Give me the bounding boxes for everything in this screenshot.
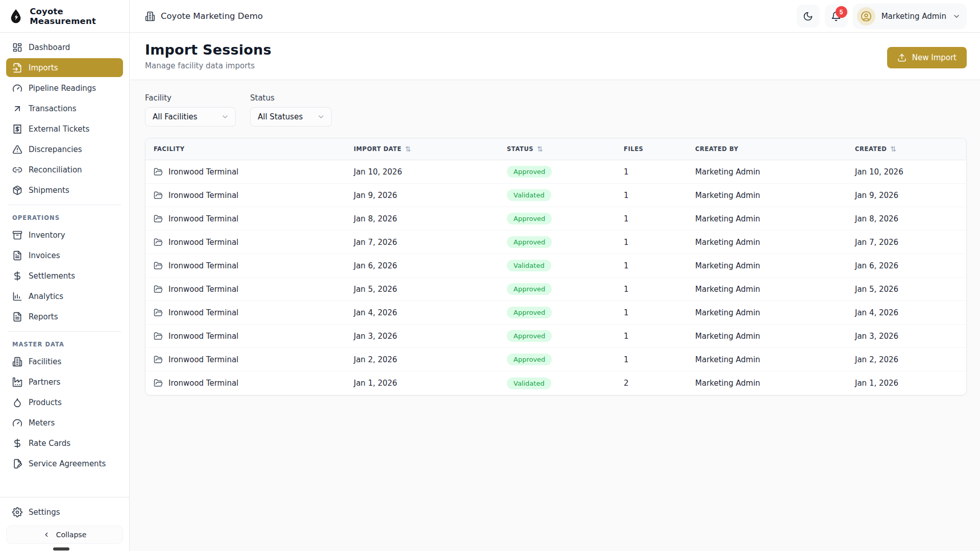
sidebar-item-reconciliation[interactable]: Reconciliation [6, 160, 123, 179]
user-menu-button[interactable]: Marketing Admin [853, 4, 967, 29]
main-area: Coyote Marketing Demo 5 Marketing Admin [130, 0, 980, 551]
column-label: CREATED [855, 145, 887, 153]
facility-name: Ironwood Terminal [168, 379, 238, 388]
table-row[interactable]: Ironwood TerminalJan 10, 2026Approved1Ma… [145, 160, 966, 184]
facility-name: Ironwood Terminal [168, 191, 238, 200]
status-select[interactable]: All Statuses [250, 107, 332, 127]
import-date-cell: Jan 5, 2026 [346, 285, 499, 294]
status-cell: Validated [499, 260, 616, 271]
table-row[interactable]: Ironwood TerminalJan 4, 2026Approved1Mar… [145, 301, 966, 324]
facility-name: Ironwood Terminal [168, 238, 238, 247]
new-import-button[interactable]: New Import [887, 47, 967, 68]
status-cell: Approved [499, 354, 616, 365]
filters: Facility All Facilities Status All Statu… [145, 93, 967, 127]
sidebar-item-shipments[interactable]: Shipments [6, 181, 123, 199]
topbar: Coyote Marketing Demo 5 Marketing Admin [130, 0, 980, 33]
sidebar-item-label: Reports [29, 312, 58, 321]
column-label: FACILITY [154, 145, 185, 153]
sidebar-item-imports[interactable]: Imports [6, 58, 123, 77]
dollar-sign-icon [12, 271, 22, 281]
sidebar-item-label: Service Agreements [29, 459, 106, 468]
table-row[interactable]: Ironwood TerminalJan 9, 2026Validated1Ma… [145, 184, 966, 207]
created-by-cell: Marketing Admin [687, 238, 847, 247]
status-badge: Approved [507, 283, 552, 295]
sidebar-item-service-agreements[interactable]: Service Agreements [6, 454, 123, 473]
created-by-cell: Marketing Admin [687, 191, 847, 200]
table-row[interactable]: Ironwood TerminalJan 7, 2026Approved1Mar… [145, 231, 966, 254]
files-cell: 1 [616, 261, 687, 270]
sidebar-footer: Settings Collapse [0, 497, 129, 551]
sidebar-nav: DashboardImportsPipeline ReadingsTransac… [0, 33, 129, 497]
sidebar-item-facilities[interactable]: Facilities [6, 352, 123, 371]
chevron-down-icon [952, 12, 961, 20]
sidebar: Coyote Measurement DashboardImportsPipel… [0, 0, 130, 551]
horizontal-scrollbar-thumb[interactable] [53, 547, 69, 550]
table-row[interactable]: Ironwood TerminalJan 6, 2026Validated1Ma… [145, 254, 966, 278]
table-row[interactable]: Ironwood TerminalJan 1, 2026Validated2Ma… [145, 371, 966, 395]
sidebar-item-label: Pipeline Readings [29, 84, 96, 93]
sidebar-item-meters[interactable]: Meters [6, 413, 123, 432]
status-cell: Validated [499, 378, 616, 389]
created-by-cell: Marketing Admin [687, 355, 847, 364]
notifications-button[interactable]: 5 [825, 5, 848, 28]
files-cell: 1 [616, 191, 687, 200]
upload-icon [897, 53, 906, 62]
sort-icon[interactable]: ⇅ [890, 145, 896, 153]
facility-name: Ironwood Terminal [168, 261, 238, 270]
sidebar-item-products[interactable]: Products [6, 393, 123, 412]
column-header-import_date[interactable]: IMPORT DATE⇅ [346, 145, 499, 153]
sort-icon[interactable]: ⇅ [405, 145, 411, 153]
facility-cell: Ironwood Terminal [145, 332, 346, 341]
sidebar-item-label: Partners [29, 378, 60, 387]
notification-badge: 5 [836, 6, 847, 18]
sidebar-item-discrepancies[interactable]: Discrepancies [6, 140, 123, 159]
theme-toggle-button[interactable] [797, 5, 820, 28]
sidebar-item-reports[interactable]: Reports [6, 307, 123, 326]
sidebar-item-settlements[interactable]: Settlements [6, 266, 123, 285]
page-header-titles: Import Sessions Manage facility data imp… [145, 42, 272, 70]
column-header-created_by: CREATED BY [687, 145, 847, 153]
column-header-files: FILES [616, 145, 687, 153]
sidebar-item-transactions[interactable]: Transactions [6, 99, 123, 118]
sidebar-item-settings[interactable]: Settings [6, 503, 123, 521]
sidebar-item-partners[interactable]: Partners [6, 372, 123, 391]
sidebar-item-dashboard[interactable]: Dashboard [6, 38, 123, 57]
collapse-button[interactable]: Collapse [6, 525, 123, 544]
column-label: IMPORT DATE [354, 145, 402, 153]
status-cell: Approved [499, 213, 616, 224]
sidebar-item-pipeline-readings[interactable]: Pipeline Readings [6, 79, 123, 97]
status-badge: Approved [507, 307, 552, 318]
import-date-cell: Jan 4, 2026 [346, 308, 499, 317]
new-import-label: New Import [912, 53, 957, 62]
sidebar-item-external-tickets[interactable]: External Tickets [6, 119, 123, 138]
sidebar-item-inventory[interactable]: Inventory [6, 226, 123, 244]
column-header-created[interactable]: CREATED⇅ [847, 145, 966, 153]
workspace-name: Coyote Marketing Demo [161, 11, 263, 21]
table-row[interactable]: Ironwood TerminalJan 2, 2026Approved1Mar… [145, 348, 966, 371]
facility-select[interactable]: All Facilities [145, 107, 236, 127]
sidebar-item-label: Analytics [29, 292, 63, 301]
sort-icon[interactable]: ⇅ [537, 145, 543, 153]
sidebar-item-analytics[interactable]: Analytics [6, 287, 123, 306]
facility-cell: Ironwood Terminal [145, 308, 346, 317]
table-row[interactable]: Ironwood TerminalJan 8, 2026Approved1Mar… [145, 207, 966, 231]
table-header-row: FACILITYIMPORT DATE⇅STATUS⇅FILESCREATED … [145, 138, 966, 160]
status-select-value: All Statuses [258, 112, 303, 121]
table-row[interactable]: Ironwood TerminalJan 5, 2026Approved1Mar… [145, 278, 966, 301]
created-cell: Jan 8, 2026 [847, 214, 966, 223]
table-row[interactable]: Ironwood TerminalJan 3, 2026Approved1Mar… [145, 324, 966, 348]
sidebar-item-label: Reconciliation [29, 165, 82, 174]
status-cell: Approved [499, 307, 616, 318]
page-header: Import Sessions Manage facility data imp… [130, 33, 980, 80]
sidebar-item-label: Shipments [29, 186, 69, 195]
sidebar-item-label: Inventory [29, 231, 65, 240]
sidebar-item-label: Dashboard [29, 43, 70, 52]
status-badge: Approved [507, 354, 552, 365]
column-header-status[interactable]: STATUS⇅ [499, 145, 616, 153]
chevron-left-icon [43, 531, 50, 538]
chevron-down-icon [317, 113, 325, 121]
sidebar-item-invoices[interactable]: Invoices [6, 246, 123, 265]
archive-icon [12, 230, 22, 240]
sidebar-item-rate-cards[interactable]: Rate Cards [6, 434, 123, 453]
sidebar-item-label: Rate Cards [29, 439, 70, 448]
